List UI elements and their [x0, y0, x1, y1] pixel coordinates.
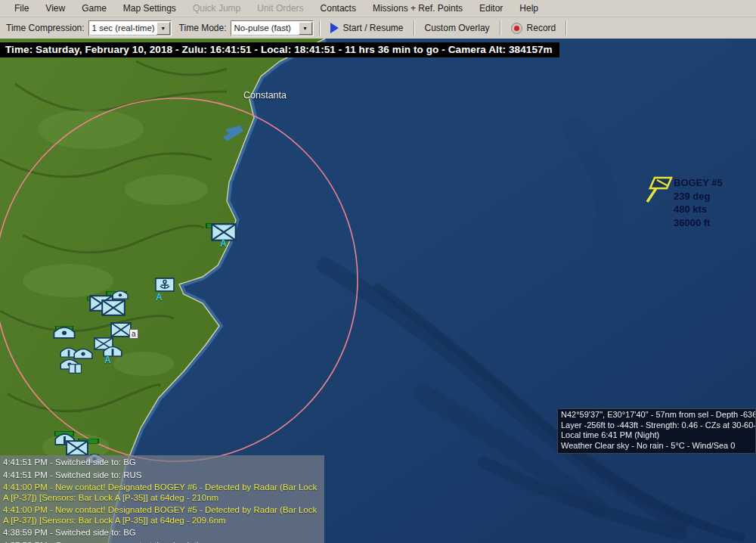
sam-icon[interactable] [53, 324, 76, 342]
toolbar-separator [319, 20, 321, 36]
menu-unit-orders: Unit Orders [249, 1, 311, 16]
app-window: { "menu": { "items": [ {"label": "File",… [0, 0, 756, 543]
menu-map-settings[interactable]: Map Settings [115, 1, 184, 16]
log-message: 4:41:00 PM - New contact! Designated BOG… [3, 482, 321, 503]
unit-label: A [104, 355, 111, 365]
contact-speed: 480 kts [674, 203, 723, 216]
toolbar-separator [500, 20, 501, 36]
log-message: 4:37:58 PM - Game: you can now start the… [3, 541, 321, 543]
info-line: N42°59'37", E30°17'40" - 57nm from sel -… [561, 410, 755, 420]
building-icon[interactable] [69, 363, 82, 377]
time-compression-value: 1 sec (real-time) [89, 23, 156, 33]
map-area[interactable]: Time: Saturday, February 10, 2018 - Zulu… [0, 39, 756, 543]
chevron-down-icon[interactable]: ▼ [299, 22, 312, 35]
unit-label: a [129, 329, 138, 339]
unit-label: A [220, 238, 227, 249]
menu-editor[interactable]: Editor [471, 1, 511, 16]
play-icon [330, 23, 339, 33]
chevron-down-icon[interactable]: ▼ [156, 22, 170, 35]
time-compression-label: Time Compression: [6, 23, 85, 33]
toolbar: Time Compression: 1 sec (real-time) ▼ Ti… [0, 17, 756, 39]
start-resume-label: Start / Resume [343, 23, 404, 33]
crossbox-icon[interactable] [110, 322, 132, 340]
info-line: Weather Clear sky - No rain - 5°C - Wind… [561, 441, 755, 451]
start-resume-button[interactable]: Start / Resume [326, 20, 408, 36]
log-message: 4:41:51 PM - Switched side to: BG [3, 458, 321, 468]
contact-name: BOGEY #5 [674, 176, 723, 190]
menu-quick-jump: Quick Jump [184, 1, 249, 16]
record-button[interactable]: Record [507, 20, 561, 36]
toolbar-separator [414, 20, 415, 36]
menu-contacts[interactable]: Contacts [312, 1, 364, 16]
record-icon [511, 23, 522, 34]
info-line: Local time 6:41 PM (Night) [561, 430, 755, 441]
time-mode-value: No-pulse (fast) [231, 23, 298, 33]
menu-missions-ref-points[interactable]: Missions + Ref. Points [364, 1, 471, 16]
log-message: 4:38:59 PM - Switched side to: BG [3, 528, 321, 538]
menu-bar: FileViewGameMap SettingsQuick JumpUnit O… [0, 0, 756, 17]
log-message: 4:41:51 PM - Switched side to: RUS [3, 470, 321, 481]
custom-overlay-label: Custom Overlay [425, 23, 490, 33]
time-status-bar: Time: Saturday, February 10, 2018 - Zulu… [0, 42, 559, 57]
custom-overlay-button[interactable]: Custom Overlay [420, 20, 494, 36]
contact-altitude: 36000 ft [674, 216, 723, 230]
toolbar-separator [565, 20, 567, 36]
time-mode-select[interactable]: No-pulse (fast) ▼ [231, 20, 314, 36]
message-log[interactable]: 4:41:51 PM - Switched side to: BG4:41:51… [0, 455, 324, 543]
menu-view[interactable]: View [37, 1, 73, 16]
menu-help[interactable]: Help [511, 1, 547, 16]
info-line: Layer -256ft to -443ft - Strength: 0.46 … [561, 420, 755, 431]
bogey-contact-label[interactable]: BOGEY #5 239 deg 480 kts 36000 ft [674, 176, 723, 229]
bogey-contact-icon[interactable] [644, 173, 676, 208]
contact-bearing: 239 deg [674, 190, 723, 203]
unit-label: A [156, 292, 163, 303]
menu-file[interactable]: File [6, 1, 37, 16]
log-message: 4:41:00 PM - New contact! Designated BOG… [3, 505, 321, 526]
cursor-info-box: N42°59'37", E30°17'40" - 57nm from sel -… [557, 408, 756, 454]
time-mode-label: Time Mode: [179, 23, 227, 33]
crossbox-icon[interactable] [101, 299, 125, 319]
menu-game[interactable]: Game [73, 1, 115, 16]
place-label: Constanta [243, 90, 287, 101]
time-compression-select[interactable]: 1 sec (real-time) ▼ [88, 20, 172, 36]
record-label: Record [527, 23, 556, 33]
